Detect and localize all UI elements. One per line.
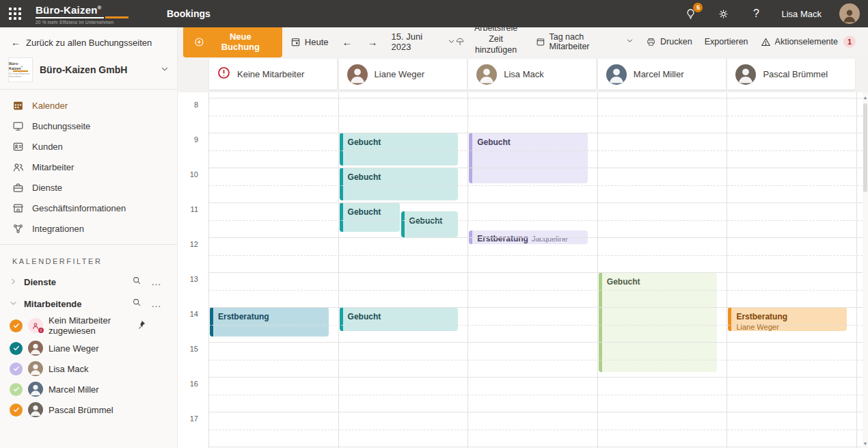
column-header-lisa-mack[interactable]: Lisa Mack (468, 59, 596, 90)
column-gridline (597, 92, 598, 448)
view-selector[interactable]: Tag nach Mitarbeiter (536, 32, 634, 51)
gear-icon (718, 8, 729, 20)
sidebar-item-integrationen[interactable]: Integrationen (0, 218, 177, 239)
divider (0, 244, 177, 245)
sidebar-item-kalender[interactable]: Kalender (0, 95, 177, 116)
filter-groups: Dienste…Mitarbeitende… (0, 272, 177, 313)
pin-icon[interactable] (136, 319, 146, 332)
calendar-event-gebucht[interactable]: Gebucht (340, 307, 459, 331)
time-label: 17 (178, 414, 198, 423)
staff-check-icon[interactable] (10, 319, 23, 332)
staff-filter-item[interactable]: Marcel Miller (0, 379, 177, 399)
calendar-event-gebucht[interactable]: Gebucht (599, 272, 718, 372)
sidebar-item-dienste[interactable]: Dienste (0, 177, 177, 198)
monitor-icon (12, 120, 24, 132)
date-picker[interactable]: 15. Juni 2023 (392, 31, 455, 52)
header-actions: 5 ? Lisa Mack (683, 3, 868, 24)
add-time-off-button[interactable]: Arbeitsfreie Zeit hinzufügen (455, 29, 524, 55)
sidebar-item-buchungsseite[interactable]: Buchungsseite (0, 116, 177, 136)
sidebar-item-kunden[interactable]: Kunden (0, 136, 177, 157)
event-title: Gebucht (348, 312, 381, 321)
briefcase-icon (12, 182, 24, 194)
column-header-pascal-brümmel[interactable]: Pascal Brümmel (727, 59, 855, 90)
half-hour-gridline (208, 395, 863, 395)
staff-check-icon[interactable] (10, 363, 23, 375)
staff-name: Marcel Miller (49, 384, 167, 395)
business-selector[interactable]: Büro-Kaizen®20 % mehr Effizienz im Unter… (8, 57, 169, 82)
time-label: 12 (178, 240, 198, 248)
print-button[interactable]: Drucken (646, 37, 692, 47)
user-avatar[interactable] (839, 3, 860, 24)
staff-filter-item[interactable]: Pascal Brümmel (0, 399, 177, 420)
staff-filter-item[interactable]: Liane Weger (0, 338, 177, 358)
action-items-badge: 1 (843, 36, 856, 48)
whats-new-button[interactable]: 5 (683, 6, 698, 21)
staff-check-icon[interactable] (10, 383, 23, 396)
app-launcher-icon[interactable] (0, 0, 30, 27)
staff-check-icon[interactable] (10, 342, 23, 355)
chevron-down-icon (626, 37, 634, 47)
hour-gridline (208, 98, 863, 98)
calendar-event-gebucht[interactable]: Gebucht (340, 133, 459, 166)
calendar-event-erstberatung[interactable]: ErstberatungLiane Weger (728, 307, 847, 331)
column-header-liane-weger[interactable]: Liane Weger (339, 59, 467, 90)
filter-group-mitarbeitende[interactable]: Mitarbeitende… (0, 294, 177, 313)
calendar-event-gebucht[interactable]: Gebucht (401, 211, 459, 237)
back-to-booking-pages-link[interactable]: ← Zurück zu allen Buchungsseiten (0, 33, 177, 52)
event-color-bar (401, 211, 405, 237)
event-title: Gebucht (348, 137, 381, 147)
scrollbar-thumb[interactable] (863, 103, 867, 192)
more-options-icon[interactable]: … (151, 280, 162, 284)
sidebar: ← Zurück zu allen Buchungsseiten Büro-Ka… (0, 27, 178, 448)
sidebar-item-label: Dienste (32, 183, 62, 193)
calendar-event-gebucht[interactable]: Gebucht (340, 168, 459, 200)
settings-button[interactable] (716, 6, 731, 21)
filter-group-dienste[interactable]: Dienste… (0, 272, 177, 291)
export-button[interactable]: Exportieren (705, 37, 748, 47)
calendar-grid: ErstberatungGebuchtGebuchtGebuchtGebucht… (178, 92, 863, 448)
column-header-marcel-miller[interactable]: Marcel Miller (598, 59, 726, 90)
new-booking-button[interactable]: Neue Buchung (183, 26, 282, 57)
next-day-button[interactable]: → (366, 36, 379, 48)
day-view-icon (536, 37, 545, 47)
sidebar-item-geschaeftsinformationen[interactable]: Geschäftsinformationen (0, 198, 177, 218)
time-off-icon (455, 37, 465, 47)
person-icon (841, 6, 858, 24)
column-header-name: Keine Mitarbeiter (237, 69, 304, 79)
warning-triangle-icon (761, 37, 771, 47)
search-icon[interactable] (132, 276, 141, 288)
hour-gridline (208, 168, 863, 168)
business-logo-thumb: Büro-Kaizen®20 % mehr Effizienz im Unter… (8, 57, 33, 82)
calendar-event-gebucht[interactable]: Gebucht (340, 202, 400, 232)
calendar-event-gebucht[interactable]: Gebucht (469, 133, 588, 183)
action-items-button[interactable]: Aktionselemente 1 (761, 36, 856, 48)
staff-filter-item[interactable]: !Kein Mitarbeiter zugewiesen (0, 313, 177, 338)
more-options-icon[interactable]: … (151, 302, 162, 306)
staff-filter-item[interactable]: Lisa Mack (0, 358, 177, 379)
staff-filter-list: !Kein Mitarbeiter zugewiesenLiane WegerL… (0, 313, 177, 420)
event-title: Erstberatung (477, 234, 528, 243)
column-header-name: Lisa Mack (504, 69, 544, 79)
staff-check-icon[interactable] (10, 404, 23, 417)
column-header-keine-mitarbeiter[interactable]: Keine Mitarbeiter (209, 59, 337, 90)
event-color-bar (728, 307, 731, 331)
user-name: Lisa Mack (781, 9, 822, 19)
avatar (347, 64, 368, 85)
scroll-down-arrow[interactable]: ▼ (863, 440, 868, 447)
event-title: Gebucht (348, 172, 381, 182)
vertical-scrollbar[interactable]: ▲ ▼ (863, 92, 868, 448)
help-button[interactable]: ? (748, 6, 763, 21)
today-button[interactable]: Heute (290, 37, 329, 47)
filter-group-label: Mitarbeitende (24, 299, 125, 309)
hour-gridline (208, 133, 863, 133)
previous-day-button[interactable]: ← (341, 36, 354, 48)
calendar-event-erstberatung[interactable]: Erstberatung (210, 307, 329, 337)
brand-underline (36, 16, 130, 18)
sidebar-item-mitarbeiter[interactable]: Mitarbeiter (0, 157, 177, 177)
unassigned-person-icon: ! (28, 318, 43, 333)
staff-name: Kein Mitarbeiter zugewiesen (49, 315, 131, 336)
column-gridline (727, 92, 727, 448)
half-hour-gridline (208, 116, 863, 116)
search-icon[interactable] (132, 298, 141, 310)
scroll-up-arrow[interactable]: ▲ (863, 94, 868, 101)
